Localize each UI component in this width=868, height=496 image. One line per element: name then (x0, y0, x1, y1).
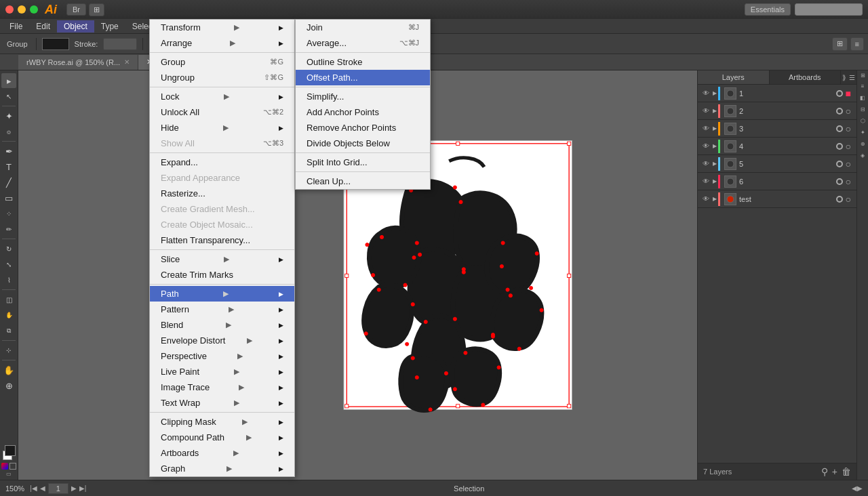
path-clean-up[interactable]: Clean Up... (296, 173, 430, 189)
menu-envelope-distort[interactable]: Envelope Distort ▶ (150, 333, 294, 348)
path-join[interactable]: Join ⌘J (296, 20, 430, 35)
layer-5-visibility[interactable]: 👁 (701, 159, 711, 169)
path-average[interactable]: Average... ⌥⌘J (296, 35, 430, 51)
right-panel-icon-2[interactable]: ≡ (861, 83, 865, 89)
layer-row-3[interactable]: 👁 ▶ 3 ○ (698, 120, 856, 138)
tool-warp[interactable]: ⌇ (1, 272, 16, 287)
layer-5-expand[interactable]: ▶ (713, 161, 717, 167)
menu-unlock-all[interactable]: Unlock All ⌥⌘2 (150, 104, 294, 120)
right-panel-icon-7[interactable]: ⊕ (861, 141, 865, 147)
right-panel-icon-1[interactable]: ⊞ (860, 73, 866, 78)
next-page-button[interactable]: ▶ (71, 484, 77, 492)
menu-ungroup[interactable]: Ungroup ⇧⌘G (150, 70, 294, 85)
menu-rasterize[interactable]: Rasterize... (150, 186, 294, 201)
tool-eyedropper[interactable]: ✋ (1, 308, 16, 323)
tool-rect[interactable]: ▭ (1, 190, 16, 205)
stroke-weight[interactable] (103, 38, 137, 50)
delete-layer-icon[interactable]: 🗑 (842, 466, 851, 477)
tool-line[interactable]: ╱ (1, 175, 16, 190)
layer-1-expand[interactable]: ▶ (713, 90, 717, 96)
layer-2-expand[interactable]: ▶ (713, 108, 717, 114)
path-outline-stroke[interactable]: Outline Stroke (296, 54, 430, 70)
right-panel-icon-3[interactable]: ◧ (860, 95, 865, 101)
tool-zoom[interactable]: ⊕ (1, 378, 16, 393)
status-arrows[interactable]: ◀▶ (852, 484, 863, 492)
arrange-button[interactable]: ⊞ (832, 37, 848, 51)
tool-select[interactable]: ▸ (1, 73, 16, 88)
screen-mode[interactable]: ▭ (6, 471, 12, 477)
path-divide-objects-below[interactable]: Divide Objects Below (296, 136, 430, 151)
menu-create-trim-marks[interactable]: Create Trim Marks (150, 267, 294, 283)
menu-create-object-mosaic[interactable]: Create Object Mosaic... (150, 217, 294, 232)
essentials-button[interactable]: Essentials (745, 3, 791, 16)
stroke-color-box[interactable] (42, 38, 69, 50)
menu-compound-path[interactable]: Compound Path ▶ (150, 430, 294, 445)
tool-lasso[interactable]: ⌾ (1, 124, 16, 139)
layer-row-2[interactable]: 👁 ▶ 2 ○ (698, 102, 856, 120)
tool-pencil[interactable]: ✏ (1, 222, 16, 236)
panel-expand[interactable]: ⟫ (842, 74, 846, 81)
layer-6-target[interactable] (836, 178, 843, 185)
menu-pattern[interactable]: Pattern ▶ (150, 302, 294, 317)
tool-slice[interactable]: ⊹ (1, 343, 16, 358)
menu-flatten-transparency[interactable]: Flatten Transparency... (150, 232, 294, 248)
tab-rwby[interactable]: rWBY Rose.ai @ 150% (R... ✕ (18, 55, 138, 70)
extra-button[interactable]: ≡ (850, 37, 864, 51)
menu-edit[interactable]: Edit (29, 20, 57, 33)
layer-4-visibility[interactable]: 👁 (701, 141, 711, 152)
layer-1-visibility[interactable]: 👁 (701, 88, 711, 99)
menu-transform[interactable]: Transform ▶ (150, 20, 294, 35)
menu-live-paint[interactable]: Live Paint ▶ (150, 364, 294, 379)
layer-2-visibility[interactable]: 👁 (701, 106, 711, 117)
bridge-button[interactable]: Br (66, 3, 86, 16)
layer-row-1[interactable]: 👁 ▶ 1 ■ (698, 85, 856, 102)
maximize-button[interactable] (30, 5, 38, 14)
menu-image-trace[interactable]: Image Trace ▶ (150, 379, 294, 395)
layer-row-6[interactable]: 👁 ▶ 6 ○ (698, 173, 856, 190)
layer-test-visibility[interactable]: 👁 (701, 194, 711, 205)
layer-4-target[interactable] (836, 143, 843, 150)
right-panel-icon-4[interactable]: ⊟ (861, 106, 865, 112)
tab-artboards[interactable]: Artboards (770, 70, 842, 84)
tool-gradient[interactable]: ◫ (1, 292, 16, 307)
last-page-button[interactable]: ▶| (79, 484, 87, 492)
layer-3-visibility[interactable]: 👁 (701, 123, 711, 134)
layer-row-4[interactable]: 👁 ▶ 4 ○ (698, 138, 856, 155)
tab-layers[interactable]: Layers (698, 70, 770, 84)
right-panel-icon-8[interactable]: ◈ (861, 152, 865, 159)
menu-slice[interactable]: Slice ▶ (150, 251, 294, 267)
menu-path[interactable]: Path ▶ (150, 286, 294, 302)
tool-paintbrush[interactable]: ⁘ (1, 206, 16, 221)
menu-file[interactable]: File (3, 20, 29, 33)
tool-pen[interactable]: ✒ (1, 144, 16, 159)
layer-row-5[interactable]: 👁 ▶ 5 ○ (698, 155, 856, 173)
layer-5-target[interactable] (836, 161, 843, 167)
layer-test-target[interactable] (836, 196, 843, 203)
menu-show-all[interactable]: Show All ⌥⌘3 (150, 136, 294, 151)
layer-1-target[interactable] (836, 90, 843, 97)
right-panel-icon-6[interactable]: ✦ (861, 129, 865, 136)
none-mode[interactable] (9, 463, 16, 470)
path-simplify[interactable]: Simplify... (296, 89, 430, 104)
tool-blend[interactable]: ⧉ (1, 323, 16, 338)
menu-perspective[interactable]: Perspective ▶ (150, 348, 294, 364)
menu-create-gradient-mesh[interactable]: Create Gradient Mesh... (150, 201, 294, 217)
menu-lock[interactable]: Lock ▶ (150, 89, 294, 104)
layer-2-target[interactable] (836, 108, 843, 115)
layer-test-expand[interactable]: ▶ (713, 196, 717, 202)
search-layers-icon[interactable]: ⚲ (821, 466, 828, 477)
add-layer-icon[interactable]: + (832, 466, 837, 477)
layer-3-target[interactable] (836, 125, 843, 132)
right-panel-icon-5[interactable]: ⬡ (861, 118, 865, 124)
menu-group[interactable]: Group ⌘G (150, 54, 294, 70)
layer-4-expand[interactable]: ▶ (713, 143, 717, 149)
menu-hide[interactable]: Hide ▶ (150, 120, 294, 136)
page-input[interactable] (48, 483, 68, 494)
tool-direct-select[interactable]: ↖ (1, 89, 16, 104)
menu-blend[interactable]: Blend ▶ (150, 317, 294, 333)
tool-hand[interactable]: ✋ (1, 363, 16, 377)
tool-magic-wand[interactable]: ✦ (1, 108, 16, 123)
layer-6-expand[interactable]: ▶ (713, 178, 717, 184)
layer-6-visibility[interactable]: 👁 (701, 176, 711, 187)
menu-text-wrap[interactable]: Text Wrap ▶ (150, 395, 294, 411)
